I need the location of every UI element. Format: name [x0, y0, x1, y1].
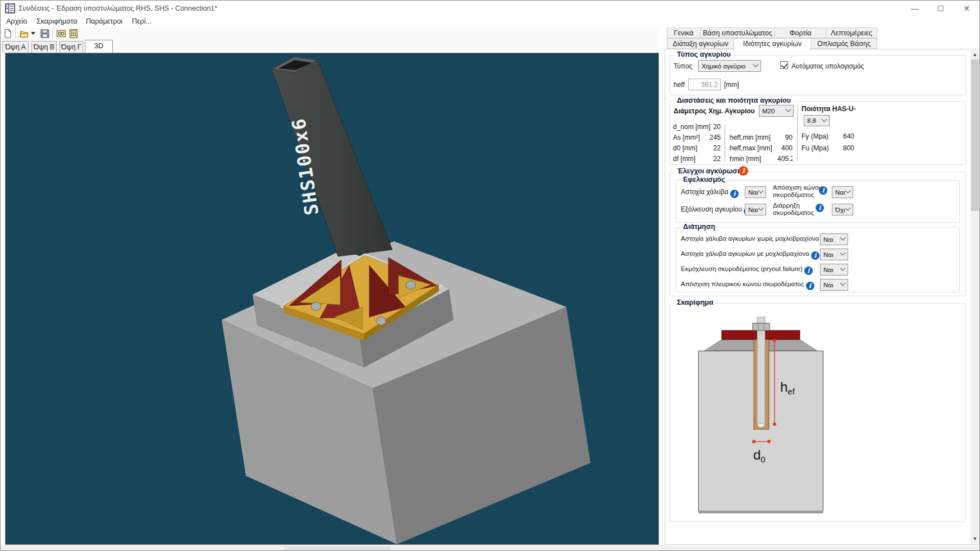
- subgroup-title: Εφελκυσμός: [681, 176, 727, 183]
- tab-anchor-properties[interactable]: Ιδιότητες αγκυρίων: [734, 38, 811, 51]
- minimize-button[interactable]: —: [902, 1, 928, 16]
- tab-view-c[interactable]: Όψη Γ: [59, 41, 83, 53]
- check-value: Ναι: [748, 189, 758, 196]
- calculator-icon[interactable]: [68, 29, 79, 39]
- check-label: Αστοχία χάλυβα i: [681, 188, 739, 198]
- steel-column: [272, 60, 392, 256]
- sketch-concrete-shadow: [699, 511, 823, 513]
- info-icon[interactable]: i: [811, 251, 819, 260]
- info-icon[interactable]: i: [730, 190, 739, 198]
- diameter-value: M20: [762, 108, 775, 114]
- viewport-3d[interactable]: SHS100x6: [5, 53, 659, 545]
- row-label: df [mm]: [673, 155, 695, 163]
- subgroup-tension: Εφελκυσμός Αστοχία χάλυβα i Ναι Απόσχιση…: [676, 180, 960, 223]
- scroll-up-icon[interactable]: ▲: [970, 50, 979, 59]
- new-file-icon[interactable]: [3, 29, 13, 39]
- table-divider: [725, 124, 725, 162]
- group-title: Σκαρίφημα: [675, 299, 716, 306]
- check-select[interactable]: Ναι: [745, 204, 766, 215]
- heff-input[interactable]: 361.2: [688, 79, 721, 90]
- close-button[interactable]: ✕: [954, 1, 979, 16]
- tab-anchor-layout[interactable]: Διάταξη αγκυρίων: [667, 38, 734, 49]
- row-label: Fu (Mpa): [802, 144, 829, 152]
- scene-3d: SHS100x6: [6, 53, 658, 544]
- group-sketch: Σκαρίφημα: [670, 303, 966, 522]
- check-select[interactable]: Ναι: [820, 249, 848, 260]
- tab-general[interactable]: Γενικά: [667, 27, 700, 38]
- check-label-text: Εξόλκευση αγκυρίου: [681, 205, 742, 213]
- row-label: Fy (Mpa): [802, 132, 828, 140]
- tab-view-3d[interactable]: 3D: [85, 40, 113, 53]
- menu-file[interactable]: Αρχείο: [6, 17, 27, 25]
- menu-about[interactable]: Περί...: [132, 17, 152, 25]
- tab-column-base[interactable]: Βάση υποστυλώματος: [700, 27, 775, 38]
- toolbar: [1, 27, 659, 40]
- row-label: hmin [mm]: [730, 155, 761, 163]
- check-label-text: Αστοχία χάλυβα αγκυρίων χωρίς μοχλοβραχί…: [681, 235, 819, 242]
- chevron-down-icon: [753, 62, 759, 67]
- check-select[interactable]: Όχι: [832, 204, 853, 215]
- row-value: 90: [777, 134, 793, 141]
- scroll-down-icon[interactable]: ▼: [970, 534, 979, 544]
- check-value: Όχι: [835, 206, 845, 213]
- vertical-scrollbar-thumb[interactable]: [971, 59, 979, 211]
- check-value: Ναι: [823, 267, 834, 273]
- autocalc-label: Αυτόματος υπολογισμός: [791, 62, 864, 70]
- info-icon[interactable]: i: [819, 186, 827, 195]
- chevron-down-icon: [840, 250, 846, 256]
- anchor-type-select[interactable]: Χημικό αγκύριο: [698, 60, 761, 72]
- vertical-scrollbar[interactable]: ▲ ▼: [970, 50, 979, 544]
- diameter-select[interactable]: M20: [759, 105, 794, 117]
- tab-base-reinforcement[interactable]: Οπλισμός Βάσης: [810, 38, 877, 49]
- chevron-down-icon: [822, 116, 827, 122]
- check-select[interactable]: Ναι: [832, 186, 853, 198]
- anchor-type-value: Χημικό αγκύριο: [702, 63, 745, 70]
- row-value: 20: [705, 123, 721, 131]
- view-tab-strip: Όψη Α Όψη Β Όψη Γ 3D: [1, 40, 659, 53]
- open-dropdown-icon[interactable]: [31, 32, 35, 35]
- chevron-down-icon: [786, 107, 791, 112]
- diameter-label: Διάμετρος Χημ. Αγκυρίου: [674, 107, 755, 115]
- panel-content: ▲ ▼ Τύπος αγκυρίου Τύπος Χημικό αγκύριο …: [665, 49, 980, 545]
- chevron-down-icon: [758, 188, 764, 194]
- maximize-button[interactable]: ☐: [928, 1, 954, 16]
- tab-view-a[interactable]: Όψη Α: [2, 41, 29, 53]
- info-icon[interactable]: i: [806, 282, 814, 290]
- menu-bar: Αρχείο Σκαριφήματα Παράμετροι Περί...: [1, 16, 979, 27]
- title-bar: Συνδέσεις - Έδραση υποστυλώματος RHS, SH…: [1, 1, 979, 16]
- check-value: Ναι: [835, 189, 845, 196]
- table-divider: [797, 105, 798, 162]
- tab-view-b[interactable]: Όψη Β: [31, 41, 57, 53]
- check-label-text: Αστοχία χάλυβα: [681, 188, 729, 196]
- check-select[interactable]: Ναι: [820, 233, 848, 245]
- app-icon: [5, 3, 15, 13]
- heff-unit: [mm]: [724, 81, 739, 89]
- check-select[interactable]: Ναι: [820, 264, 848, 276]
- check-select[interactable]: Ναι: [820, 279, 848, 291]
- sketch-book-icon[interactable]: [56, 29, 66, 39]
- quality-value: 8.8: [807, 117, 816, 124]
- menu-parameters[interactable]: Παράμετροι: [86, 17, 122, 25]
- menu-sketches[interactable]: Σκαριφήματα: [36, 17, 77, 25]
- check-label: Εξόλκευση αγκυρίου i: [681, 205, 752, 215]
- info-icon[interactable]: i: [816, 204, 824, 212]
- row-value: 22: [705, 155, 721, 163]
- group-title: Έλεγχοι αγκύρωσης: [675, 167, 748, 175]
- chevron-down-icon: [758, 205, 764, 211]
- horizontal-scrollbar-thumb[interactable]: [284, 547, 391, 550]
- tab-loads[interactable]: Φορτία: [775, 27, 826, 38]
- window-title: Συνδέσεις - Έδραση υποστυλώματος RHS, SH…: [19, 4, 217, 12]
- info-icon[interactable]: i: [739, 166, 748, 176]
- save-icon[interactable]: [40, 29, 50, 39]
- chevron-down-icon: [845, 205, 851, 211]
- toolbar-separator: [15, 29, 16, 38]
- open-file-icon[interactable]: [19, 29, 29, 39]
- group-title: Διαστάσεις και ποιότητα αγκυρίου: [675, 97, 793, 104]
- tab-details[interactable]: Λεπτομέρειες: [826, 27, 877, 38]
- autocalc-checkbox[interactable]: [780, 61, 788, 69]
- info-icon[interactable]: i: [804, 267, 813, 275]
- row-value: 405.2: [777, 155, 793, 163]
- quality-select[interactable]: 8.8: [804, 115, 830, 126]
- group-anchor-dimensions: Διαστάσεις και ποιότητα αγκυρίου Διάμετρ…: [670, 101, 966, 165]
- check-select[interactable]: Ναι: [745, 186, 766, 198]
